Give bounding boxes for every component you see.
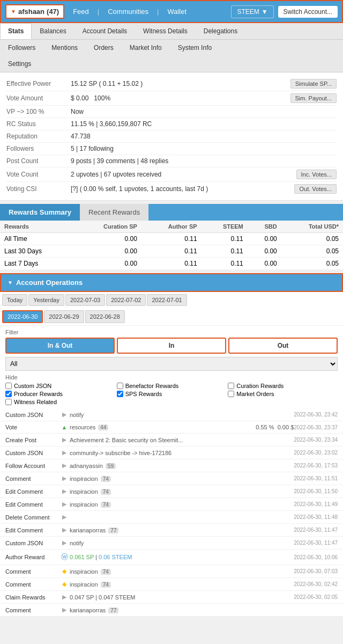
network-selector[interactable]: STEEM ▼ — [231, 5, 273, 18]
nav-wallet[interactable]: Wallet — [163, 8, 191, 16]
filter-section: Filter In & Out In Out All Hide Custom J… — [0, 325, 343, 408]
checkbox-producer-rewards[interactable]: Producer Rewards — [5, 391, 115, 397]
arrow-icon: ▶ — [59, 475, 70, 482]
account-level: (47) — [47, 8, 59, 16]
stat-vote-amount: Vote Amount $ 0.00 100% Sim. Payout... — [6, 91, 337, 106]
table-row: All Time 0.00 0.11 0.11 0.00 0.05 — [0, 233, 343, 245]
filter-out-button[interactable]: Out — [228, 338, 338, 354]
arrow-icon: ▶ — [59, 606, 70, 613]
checkbox-witness-related[interactable]: Witness Related — [5, 399, 115, 405]
inc-votes-button[interactable]: Inc. Votes... — [296, 170, 337, 179]
tab-orders[interactable]: Orders — [86, 40, 122, 56]
stat-vote-count: Vote Count 2 upvotes | 67 upvotes receiv… — [6, 167, 337, 182]
out-votes-button[interactable]: Out. Votes... — [294, 184, 337, 194]
table-row: Last 30 Days 0.00 0.11 0.11 0.00 0.05 — [0, 245, 343, 258]
table-row: Last 7 Days 0.00 0.11 0.11 0.00 0.05 — [0, 258, 343, 270]
filter-select[interactable]: All — [5, 357, 338, 371]
rewards-table: Rewards Curation SP Author SP STEEM SBD … — [0, 221, 343, 270]
list-item: Custom JSON ▶ community-> subscribe -> h… — [0, 447, 343, 459]
list-item: Delete Comment ▶ 2022-06-30, 11:48 — [0, 511, 343, 524]
account-name: afshaan — [18, 8, 44, 16]
stat-reputation: Reputation 47.738 — [6, 130, 337, 143]
list-item: Claim Rewards ▶ 0.047 SP | 0.047 STEEM 2… — [0, 591, 343, 604]
sim-payout-button[interactable]: Sim. Payout... — [290, 93, 337, 103]
simulate-sp-button[interactable]: Simulate SP... — [290, 79, 337, 89]
nav-feed[interactable]: Feed — [69, 8, 93, 16]
arrow-icon: ▶ — [59, 488, 70, 495]
nav-row-2: Followers Mentions Orders Market Info Sy… — [0, 39, 343, 56]
checkbox-custom-json[interactable]: Custom JSON — [5, 383, 115, 389]
tab-followers[interactable]: Followers — [0, 40, 43, 56]
tab-recent-rewards[interactable]: Recent Rewards — [80, 204, 148, 221]
date-btn-2022-06-29[interactable]: 2022-06-29 — [44, 310, 84, 323]
tab-balances[interactable]: Balances — [32, 23, 74, 39]
switch-account-button[interactable]: Switch Account... — [278, 6, 338, 18]
app-header: ▼ afshaan (47) Feed | Communities | Wall… — [0, 0, 343, 23]
diamond-icon: ◆ — [59, 568, 70, 575]
list-item: Comment ▶ inspiracion 74 2022-06-30, 11:… — [0, 472, 343, 485]
header-right: STEEM ▼ Switch Account... — [231, 5, 338, 18]
date-btn-2022-07-01[interactable]: 2022-07-01 — [147, 294, 187, 306]
list-item: Edit Comment ▶ karianaporras 77 2022-06-… — [0, 524, 343, 537]
stat-voting-csi: Voting CSI [?] ( 0.00 % self, 1 upvotes,… — [6, 182, 337, 196]
rewards-section: Rewards Summary Recent Rewards Rewards C… — [0, 204, 343, 270]
period-7-days: Last 7 Days — [0, 258, 74, 270]
checkbox-sps-rewards[interactable]: SPS Rewards — [117, 391, 227, 397]
nav-row-3: Settings — [0, 56, 343, 72]
tab-market-info[interactable]: Market Info — [122, 40, 170, 56]
list-item: Follow Account ▶ adnanyassin 59 2022-06-… — [0, 459, 343, 472]
date-btn-2022-06-28[interactable]: 2022-06-28 — [85, 310, 125, 323]
date-btn-yesterday[interactable]: Yesterday — [28, 294, 64, 306]
col-period: Rewards — [0, 221, 74, 233]
col-author-sp: Author SP — [141, 221, 202, 233]
date-btn-2022-07-02[interactable]: 2022-07-02 — [106, 294, 146, 306]
date-btn-2022-07-03[interactable]: 2022-07-03 — [65, 294, 105, 306]
nav-tabs: Stats Balances Account Details Witness D… — [0, 23, 343, 72]
stats-section: Effective Power 15.12 SP ( 0.11 + 15.02 … — [0, 72, 343, 201]
filter-in-button[interactable]: In — [117, 338, 226, 354]
account-ops-header[interactable]: ▼ Account Operations — [0, 273, 343, 292]
stat-vp: VP ~> 100 % Now — [6, 106, 337, 118]
col-total-usd: Total USD* — [281, 221, 343, 233]
account-chevron-icon: ▼ — [11, 9, 16, 14]
date-row-2: 2022-06-30 2022-06-29 2022-06-28 — [0, 308, 343, 325]
date-btn-today[interactable]: Today — [2, 294, 27, 306]
stat-rc-status: RC Status 11.15 % | 3,660,159,807 RC — [6, 118, 337, 130]
checkbox-curation-rewards[interactable]: Curation Rewards — [228, 383, 338, 389]
tab-delegations[interactable]: Delegations — [196, 23, 245, 39]
arrow-icon: ▶ — [59, 526, 70, 533]
filter-buttons: In & Out In Out — [5, 338, 338, 354]
stat-effective-power: Effective Power 15.12 SP ( 0.11 + 15.02 … — [6, 77, 337, 91]
list-item: Vote ▲ resources 44 0.55 % 0.00 $ 2022-0… — [0, 421, 343, 434]
chevron-down-icon: ▼ — [262, 8, 268, 16]
list-item: Comment ◆ inspiracion 74 2022-06-30, 02:… — [0, 578, 343, 591]
tab-account-details[interactable]: Account Details — [74, 23, 135, 39]
tab-settings[interactable]: Settings — [0, 56, 39, 72]
date-row-1: Today Yesterday 2022-07-03 2022-07-02 20… — [0, 292, 343, 308]
filter-inout-button[interactable]: In & Out — [5, 338, 115, 354]
nav-communities[interactable]: Communities — [103, 8, 153, 16]
tab-system-info[interactable]: System Info — [170, 40, 220, 56]
ops-chevron-icon: ▼ — [8, 280, 13, 286]
stat-post-count: Post Count 9 posts | 39 comments | 48 re… — [6, 155, 337, 167]
arrow-icon: ▶ — [59, 514, 70, 521]
tab-witness-details[interactable]: Witness Details — [135, 23, 196, 39]
arrow-icon: ▶ — [59, 539, 70, 546]
hide-label: Hide — [5, 374, 338, 380]
triangle-icon: ▲ — [59, 424, 70, 430]
nav-row-1: Stats Balances Account Details Witness D… — [0, 23, 343, 39]
tab-mentions[interactable]: Mentions — [43, 40, 86, 56]
list-item: Custom JSON ▶ notify 2022-06-30, 23:42 — [0, 408, 343, 421]
date-btn-2022-06-30[interactable]: 2022-06-30 — [2, 310, 43, 323]
steem-logo-icon: ⓦ — [59, 552, 70, 562]
stat-followers: Followers 5 | 17 following — [6, 143, 337, 155]
checkbox-benefactor-rewards[interactable]: Benefactor Rewards — [117, 383, 227, 389]
account-badge[interactable]: ▼ afshaan (47) — [5, 4, 64, 19]
diamond-icon: ◆ — [59, 581, 70, 588]
checkbox-market-orders[interactable]: Market Orders — [228, 391, 338, 397]
tab-stats[interactable]: Stats — [0, 23, 32, 39]
list-item: Comment ◆ inspiracion 74 2022-06-30, 07:… — [0, 565, 343, 578]
tab-rewards-summary[interactable]: Rewards Summary — [0, 204, 80, 221]
col-steem: STEEM — [202, 221, 248, 233]
list-item: Comment ▶ karianaporras 77 — [0, 604, 343, 617]
